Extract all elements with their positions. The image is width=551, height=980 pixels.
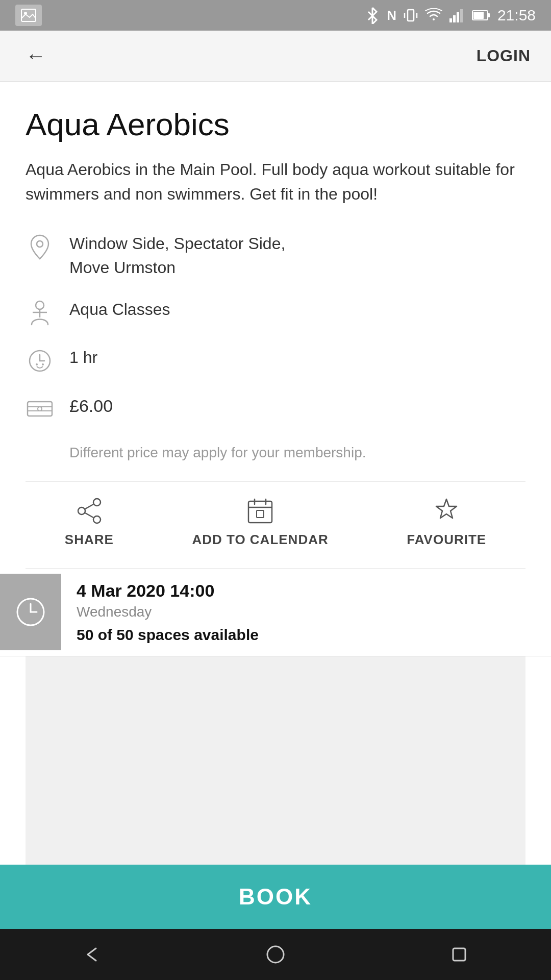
book-button-container: BOOK <box>0 865 551 929</box>
login-button[interactable]: LOGIN <box>477 46 531 65</box>
status-bar-left <box>15 5 42 26</box>
svg-rect-11 <box>473 12 484 19</box>
vibrate-icon <box>404 7 418 24</box>
svg-point-25 <box>93 499 101 506</box>
svg-point-38 <box>267 946 284 963</box>
svg-rect-7 <box>457 12 459 22</box>
recents-nav-button[interactable] <box>439 934 480 975</box>
status-bar: N 21:58 <box>0 0 551 31</box>
back-nav-button[interactable] <box>71 934 112 975</box>
session-section: 4 Mar 2020 14:00 Wednesday 50 of 50 spac… <box>0 569 551 656</box>
location-text: Window Side, Spectator Side,Move Urmston <box>69 232 285 279</box>
event-description: Aqua Aerobics in the Main Pool. Full bod… <box>26 157 525 206</box>
back-nav-icon <box>82 944 102 965</box>
price-row: £6.00 <box>26 394 525 423</box>
home-nav-icon <box>265 944 286 965</box>
book-button[interactable]: BOOK <box>0 865 551 929</box>
svg-point-20 <box>42 363 44 365</box>
membership-note: Different price may apply for your membe… <box>69 445 525 461</box>
svg-rect-2 <box>408 10 414 21</box>
session-datetime: 4 Mar 2020 14:00 <box>77 581 536 601</box>
duration-row: 1 hr <box>26 346 525 375</box>
status-time: 21:58 <box>497 7 536 24</box>
svg-rect-5 <box>449 18 452 22</box>
share-icon <box>76 497 103 525</box>
bluetooth-icon <box>365 7 380 24</box>
person-icon <box>26 299 54 327</box>
favourite-button[interactable]: FAVOURITE <box>407 497 486 548</box>
svg-rect-8 <box>460 9 463 22</box>
event-title: Aqua Aerobics <box>26 107 525 142</box>
image-icon <box>15 5 42 26</box>
svg-line-28 <box>85 504 93 509</box>
session-clock-icon <box>14 596 47 628</box>
session-spaces: 50 of 50 spaces available <box>77 626 536 644</box>
home-nav-button[interactable] <box>255 934 296 975</box>
svg-rect-21 <box>28 402 52 416</box>
svg-point-19 <box>36 363 38 365</box>
category-row: Aqua Classes <box>26 298 525 327</box>
nav-bar: ← LOGIN <box>0 31 551 82</box>
add-to-calendar-button[interactable]: ADD TO CALENDAR <box>192 497 328 548</box>
svg-rect-6 <box>453 15 456 22</box>
svg-point-13 <box>36 301 44 309</box>
svg-rect-34 <box>257 510 264 518</box>
session-day: Wednesday <box>77 604 536 620</box>
svg-point-12 <box>37 241 43 247</box>
gray-filler <box>26 656 525 865</box>
session-item[interactable]: 4 Mar 2020 14:00 Wednesday 50 of 50 spac… <box>0 569 551 656</box>
status-bar-right: N 21:58 <box>365 7 536 24</box>
recents-nav-icon <box>449 944 469 965</box>
star-icon <box>433 497 460 525</box>
favourite-label: FAVOURITE <box>407 532 486 548</box>
svg-rect-30 <box>248 501 272 523</box>
calendar-icon <box>246 497 274 525</box>
session-info: 4 Mar 2020 14:00 Wednesday 50 of 50 spac… <box>61 569 551 656</box>
back-button[interactable]: ← <box>20 39 51 72</box>
svg-point-24 <box>38 407 42 411</box>
category-text: Aqua Classes <box>69 298 170 321</box>
clock-icon <box>26 347 54 375</box>
svg-rect-39 <box>453 948 465 961</box>
signal-icon <box>449 8 465 22</box>
svg-line-29 <box>85 513 93 518</box>
share-button[interactable]: SHARE <box>65 497 114 548</box>
action-buttons: SHARE ADD TO CALENDAR FAVOURITE <box>26 481 525 569</box>
location-icon <box>26 233 54 261</box>
session-clock-box <box>0 574 61 650</box>
location-row: Window Side, Spectator Side,Move Urmston <box>26 232 525 279</box>
price-icon <box>26 395 54 423</box>
wifi-icon <box>425 8 442 22</box>
duration-text: 1 hr <box>69 346 97 369</box>
battery-icon <box>472 9 490 21</box>
share-label: SHARE <box>65 532 114 548</box>
add-to-calendar-label: ADD TO CALENDAR <box>192 532 328 548</box>
svg-point-26 <box>93 516 101 523</box>
nfc-icon: N <box>387 8 396 23</box>
bottom-nav <box>0 929 551 980</box>
price-text: £6.00 <box>69 394 113 419</box>
svg-rect-10 <box>488 13 490 17</box>
svg-point-27 <box>78 507 85 514</box>
main-content: Aqua Aerobics Aqua Aerobics in the Main … <box>0 82 551 865</box>
